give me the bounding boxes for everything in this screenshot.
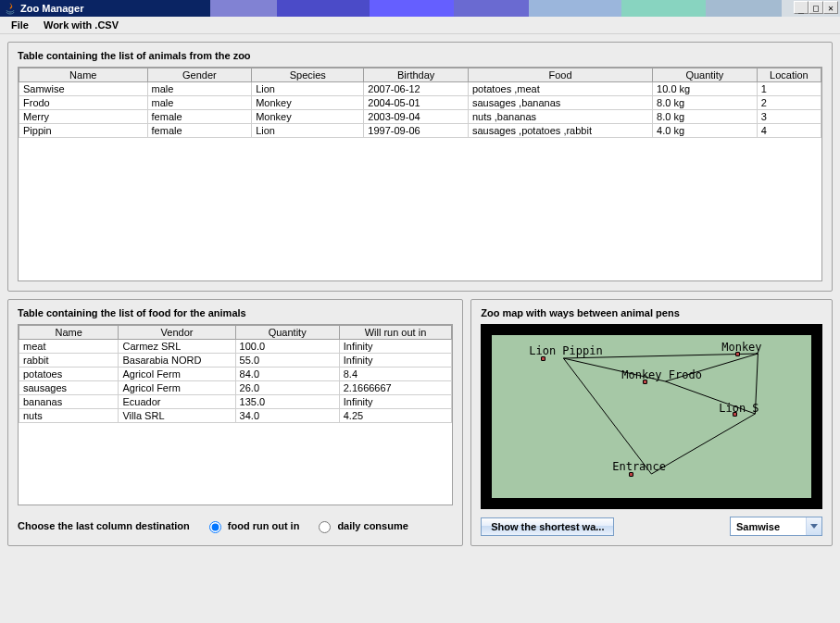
table-cell[interactable]: Infinity (339, 354, 451, 368)
column-header[interactable]: Gender (147, 69, 252, 82)
table-cell[interactable]: Monkey (252, 96, 364, 110)
show-shortest-way-button[interactable]: Show the shortest wa... (481, 517, 614, 536)
column-header[interactable]: Quantity (653, 69, 758, 82)
table-cell[interactable]: Frodo (19, 96, 148, 110)
animals-panel: Table containing the list of animals fro… (7, 42, 833, 292)
column-header[interactable]: Vendor (119, 326, 235, 340)
table-cell[interactable]: 2003-09-04 (364, 110, 469, 124)
table-cell[interactable]: nuts ,bananas (468, 110, 652, 124)
window-title: Zoo Manager (20, 3, 83, 14)
table-cell[interactable]: Agricol Ferm (119, 368, 235, 381)
radio-food-run-out[interactable]: food run out in (205, 518, 300, 533)
table-cell[interactable]: male (147, 82, 252, 96)
table-cell[interactable]: 8.0 kg (653, 96, 758, 110)
table-cell[interactable]: 34.0 (235, 409, 339, 423)
table-cell[interactable]: sausages (19, 381, 119, 395)
radio-food-run-out-input[interactable] (209, 521, 221, 533)
table-cell[interactable]: 8.4 (339, 368, 451, 381)
column-header[interactable]: Name (19, 326, 119, 340)
table-cell[interactable]: 1 (757, 82, 821, 96)
table-row[interactable]: PippinfemaleLion1997-09-06sausages ,pota… (19, 124, 821, 138)
table-cell[interactable]: 4.0 kg (653, 124, 758, 138)
menu-file[interactable]: File (4, 18, 36, 32)
column-header[interactable]: Location (757, 69, 821, 82)
table-cell[interactable]: Basarabia NORD (119, 354, 235, 368)
radio-prompt: Choose the last column destination (18, 520, 190, 531)
maximize-button[interactable]: □ (809, 1, 823, 14)
food-table[interactable]: NameVendorQuantityWill run out in meatCa… (19, 325, 452, 423)
table-cell[interactable]: 2 (757, 96, 821, 110)
column-header[interactable]: Food (468, 69, 652, 82)
table-row[interactable]: FrodomaleMonkey2004-05-01sausages ,banan… (19, 96, 821, 110)
column-header[interactable]: Birthday (364, 69, 469, 82)
animal-select-value: Samwise (736, 521, 780, 532)
svg-line-6 (652, 414, 756, 474)
minimize-button[interactable]: _ (794, 1, 809, 14)
animals-table[interactable]: NameGenderSpeciesBirthdayFoodQuantityLoc… (19, 68, 821, 138)
menu-work-with-csv[interactable]: Work with .CSV (36, 18, 126, 32)
table-cell[interactable]: 100.0 (235, 340, 339, 354)
table-cell[interactable]: 26.0 (235, 381, 339, 395)
table-cell[interactable]: Samwise (19, 82, 148, 96)
table-cell[interactable]: 135.0 (235, 395, 339, 409)
food-panel: Table containing the list of food for th… (7, 299, 463, 546)
radio-daily-consume-input[interactable] (319, 521, 331, 533)
close-button[interactable]: ✕ (823, 1, 838, 14)
column-header[interactable]: Name (19, 69, 148, 82)
table-cell[interactable]: 10.0 kg (653, 82, 758, 96)
column-header[interactable]: Quantity (235, 326, 339, 340)
table-cell[interactable]: sausages ,potatoes ,rabbit (468, 124, 652, 138)
table-cell[interactable]: 3 (757, 110, 821, 124)
table-cell[interactable]: sausages ,bananas (468, 96, 652, 110)
table-cell[interactable]: Infinity (339, 395, 451, 409)
map-panel: Zoo map with ways between animal pens (470, 299, 833, 546)
animals-table-wrap: NameGenderSpeciesBirthdayFoodQuantityLoc… (18, 67, 822, 281)
table-cell[interactable]: Agricol Ferm (119, 381, 235, 395)
table-cell[interactable]: Merry (19, 110, 148, 124)
table-cell[interactable]: 8.0 kg (653, 110, 758, 124)
food-column-radio-row: Choose the last column destination food … (18, 518, 453, 533)
table-cell[interactable]: 84.0 (235, 368, 339, 381)
table-cell[interactable]: 2.1666667 (339, 381, 451, 395)
column-header[interactable]: Will run out in (339, 326, 451, 340)
radio-daily-consume-label: daily consume (337, 520, 407, 531)
table-cell[interactable]: bananas (19, 395, 119, 409)
table-cell[interactable]: potatoes ,meat (468, 82, 652, 96)
animal-select-dropdown[interactable]: Samwise (730, 517, 822, 536)
table-cell[interactable]: 55.0 (235, 354, 339, 368)
table-cell[interactable]: 2004-05-01 (364, 96, 469, 110)
table-cell[interactable]: female (147, 124, 252, 138)
table-cell[interactable]: Lion (252, 82, 364, 96)
table-row[interactable]: SamwisemaleLion2007-06-12potatoes ,meat1… (19, 82, 821, 96)
table-cell[interactable]: Ecuador (119, 395, 235, 409)
table-row[interactable]: MerryfemaleMonkey2003-09-04nuts ,bananas… (19, 110, 821, 124)
map-node-monkey-frodo: Monkey Frodo (621, 368, 702, 381)
table-cell[interactable]: Infinity (339, 340, 451, 354)
table-row[interactable]: nutsVilla SRL34.04.25 (19, 409, 452, 423)
table-row[interactable]: bananasEcuador135.0Infinity (19, 395, 452, 409)
table-cell[interactable]: male (147, 96, 252, 110)
table-row[interactable]: potatoesAgricol Ferm84.08.4 (19, 368, 452, 381)
table-cell[interactable]: Villa SRL (119, 409, 235, 423)
table-cell[interactable]: 1997-09-06 (364, 124, 469, 138)
table-row[interactable]: rabbitBasarabia NORD55.0Infinity (19, 354, 452, 368)
table-cell[interactable]: Lion (252, 124, 364, 138)
table-cell[interactable]: potatoes (19, 368, 119, 381)
table-cell[interactable]: Pippin (19, 124, 148, 138)
column-header[interactable]: Species (252, 69, 364, 82)
table-row[interactable]: sausagesAgricol Ferm26.02.1666667 (19, 381, 452, 395)
table-cell[interactable]: meat (19, 340, 119, 354)
table-cell[interactable]: rabbit (19, 354, 119, 368)
table-cell[interactable]: 4.25 (339, 409, 451, 423)
table-cell[interactable]: Monkey (252, 110, 364, 124)
table-cell[interactable]: female (147, 110, 252, 124)
table-cell[interactable]: 2007-06-12 (364, 82, 469, 96)
radio-daily-consume[interactable]: daily consume (314, 518, 407, 533)
menubar: File Work with .CSV (0, 17, 840, 34)
table-cell[interactable]: 4 (757, 124, 821, 138)
zoo-map-canvas[interactable]: Lion Pippin Monkey Monkey Frodo Lion S E… (492, 335, 811, 498)
map-panel-title: Zoo map with ways between animal pens (481, 307, 822, 318)
table-cell[interactable]: Carmez SRL (119, 340, 235, 354)
table-cell[interactable]: nuts (19, 409, 119, 423)
table-row[interactable]: meatCarmez SRL100.0Infinity (19, 340, 452, 354)
